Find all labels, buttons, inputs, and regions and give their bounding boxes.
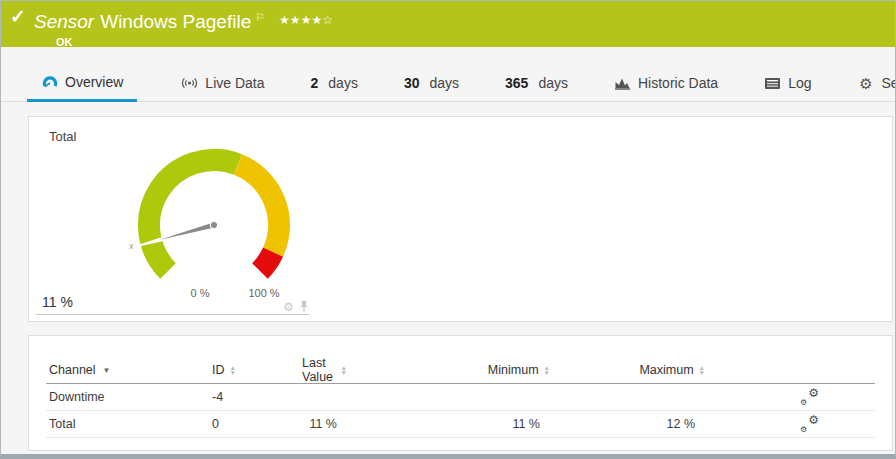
tab-label: days [429,75,459,91]
tab-label: Settings [881,75,896,91]
pin-icon[interactable] [299,300,309,313]
channel-name[interactable]: Total [46,417,209,431]
broadcast-icon [181,75,198,91]
stars-filled: ★★★★ [279,13,322,27]
tab-label: days [538,75,568,91]
tab-number: 30 [404,75,420,91]
channel-settings-gears-icon[interactable]: ⚙⚙ [801,417,819,432]
channel-id: -4 [209,390,299,404]
gauge-arc-ok [149,160,238,271]
channel-id: 0 [209,417,299,431]
widget-tools: ⚙ [283,300,309,313]
tab-label: Log [788,75,811,91]
widget-underline [36,314,309,315]
sensor-name: Windows Pagefile [100,11,251,32]
status-ok-check-icon: ✓ [10,5,26,28]
total-gauge [64,145,354,305]
tab-2-days[interactable]: 2 days [309,75,360,102]
star-empty: ☆ [322,13,333,27]
widget-gear-icon[interactable]: ⚙ [283,301,294,313]
col-label: Maximum [639,363,693,377]
channel-name[interactable]: Downtime [46,390,209,404]
tab-live-data[interactable]: Live Data [179,75,266,102]
sensor-title: SensorWindows Pagefile⚐★★★★☆ [34,6,885,33]
gauge-arc-error [260,252,273,271]
col-header-minimum[interactable]: Minimum ▲▼ [351,363,554,377]
tab-label: days [328,75,358,91]
col-header-channel[interactable]: Channel ▼ [46,363,209,377]
gauge-title: Total [49,129,76,144]
table-row-total[interactable]: Total 0 11 % 11 % 12 % ⚙⚙ [46,411,875,438]
col-header-last-value[interactable]: Last Value ▲▼ [299,356,351,384]
tab-settings[interactable]: ⚙ Settings [855,75,896,102]
col-header-maximum[interactable]: Maximum ▲▼ [554,363,709,377]
tab-overview[interactable]: Overview [27,74,137,102]
sort-icon: ▲▼ [544,365,550,375]
channel-minimum: 11 % [351,417,554,431]
col-label: Channel [49,363,96,377]
overview-content: Total x 0 % 100 % 11 % ⚙ Channel ▼ [1,102,895,451]
channel-table-panel: Channel ▼ ID ▲▼ Last Value ▲▼ Minimum ▲▼… [28,335,893,451]
sort-icon: ▲▼ [230,365,236,375]
gauge-scale-max: 100 % [244,287,284,299]
gauge-scale-min: 0 % [180,287,220,299]
priority-stars[interactable]: ★★★★☆ [279,13,333,27]
tab-365-days[interactable]: 365 days [503,75,570,102]
status-badge: OK [34,36,885,48]
col-label: ID [212,363,225,377]
channel-last-value: 11 % [299,417,351,431]
tab-number: 2 [311,75,319,91]
sensor-title-prefix: Sensor [34,11,94,32]
sort-icon: ▲▼ [699,365,705,375]
gauge-current-value: 11 % [42,294,73,310]
tab-log[interactable]: Log [762,75,813,102]
channel-table: Channel ▼ ID ▲▼ Last Value ▲▼ Minimum ▲▼… [29,336,892,438]
channel-settings-gears-icon[interactable]: ⚙⚙ [801,390,819,405]
channel-maximum: 12 % [554,417,709,431]
log-list-icon [764,75,781,91]
sort-desc-icon: ▼ [103,366,111,375]
table-header-row: Channel ▼ ID ▲▼ Last Value ▲▼ Minimum ▲▼… [46,356,875,384]
tab-label: Overview [65,74,123,90]
tab-30-days[interactable]: 30 days [402,75,461,102]
tab-historic-data[interactable]: Historic Data [612,75,720,102]
sensor-header: ✓ SensorWindows Pagefile⚐★★★★☆ OK [1,1,895,47]
gauge-panel: Total x 0 % 100 % 11 % ⚙ [28,116,893,322]
flag-icon[interactable]: ⚐ [255,11,265,23]
gear-icon: ⚙ [857,75,874,91]
tab-bar: Overview Live Data 2 days 30 days 365 da… [1,47,895,102]
area-chart-icon [614,75,631,91]
col-label: Last Value [302,356,336,384]
table-row-downtime[interactable]: Downtime -4 ⚙⚙ [46,384,875,411]
gauge-value-marker: x [129,241,134,251]
tab-label: Live Data [205,75,264,91]
gauge-arc-warning [238,165,279,253]
tab-label: Historic Data [638,75,718,91]
tab-number: 365 [505,75,528,91]
sort-icon: ▲▼ [341,365,347,375]
col-label: Minimum [488,363,539,377]
gauge-tab-icon [41,74,58,90]
col-header-id[interactable]: ID ▲▼ [209,363,299,377]
